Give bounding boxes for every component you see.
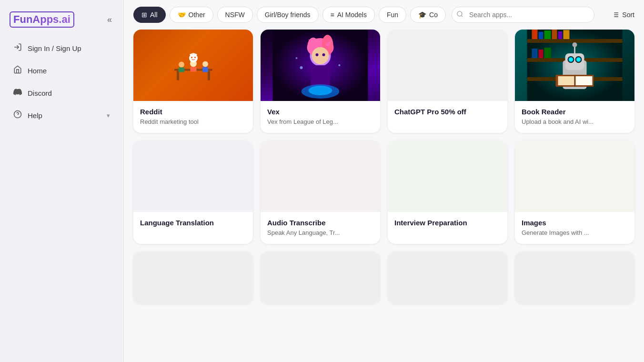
svg-rect-13 (208, 71, 210, 80)
svg-line-4 (461, 15, 463, 17)
filter-ai-models-button[interactable]: ≡ AI Models (322, 7, 375, 23)
sidebar-item-discord[interactable]: Discord (4, 83, 120, 103)
app-card-reddit[interactable]: Reddit Reddit marketing tool (133, 30, 253, 133)
filter-all-button[interactable]: ⊞ All (133, 7, 166, 23)
app-card-body-chatgpt: ChatGPT Pro 50% off (388, 101, 507, 124)
app-card-book-reader[interactable]: Book Reader Upload a book and AI wi... (515, 30, 634, 133)
sidebar-item-sign-in[interactable]: Sign In / Sign Up (4, 38, 120, 59)
app-card-body-vex: Vex Vex from League of Leg... (261, 101, 380, 133)
app-card-desc-reddit: Reddit marketing tool (140, 118, 246, 126)
app-card-title-reddit: Reddit (140, 108, 246, 116)
app-card-image-interview (388, 141, 507, 212)
svg-point-67 (573, 42, 577, 47)
filter-co-button[interactable]: 🎓 Co (410, 7, 446, 23)
svg-rect-63 (558, 76, 575, 85)
app-card-row3-4[interactable] (515, 251, 634, 304)
app-card-image-language (133, 141, 253, 212)
svg-rect-47 (544, 30, 551, 39)
app-card-chatgpt[interactable]: ChatGPT Pro 50% off (388, 30, 507, 133)
search-input[interactable] (452, 7, 594, 23)
filter-bar: ⊞ All 🤝 Other NSFW Girl/Boy friends ≡ AI… (124, 0, 644, 30)
app-card-body-interview: Interview Preparation (388, 212, 507, 235)
svg-point-24 (195, 54, 197, 55)
search-container (452, 7, 594, 23)
app-card-image-chatgpt (388, 30, 507, 101)
svg-point-14 (179, 62, 184, 68)
sidebar-collapse-button[interactable]: « (105, 13, 114, 27)
svg-rect-55 (565, 53, 584, 70)
app-card-image-row3-3 (388, 251, 507, 304)
app-card-desc-images: Generate Images with ... (522, 229, 628, 237)
app-card-row3-2[interactable] (261, 251, 380, 304)
svg-rect-19 (190, 67, 196, 72)
sidebar-item-label-discord: Discord (28, 89, 52, 97)
all-icon: ⊞ (141, 11, 147, 19)
svg-rect-49 (558, 31, 563, 39)
search-icon (456, 10, 463, 19)
app-card-body-language: Language Translation (133, 212, 253, 235)
app-card-image-row3-1 (133, 251, 253, 304)
svg-point-32 (322, 53, 325, 56)
app-card-body-reddit: Reddit Reddit marketing tool (133, 101, 253, 133)
app-card-images[interactable]: Images Generate Images with ... (515, 141, 634, 244)
app-card-title-images: Images (522, 219, 628, 227)
svg-point-37 (309, 86, 332, 95)
filter-fun-button[interactable]: Fun (379, 7, 406, 23)
svg-rect-50 (564, 30, 570, 39)
svg-point-38 (300, 66, 303, 69)
svg-point-23 (190, 54, 191, 55)
ai-models-icon: ≡ (331, 11, 334, 19)
sort-button[interactable]: Sort (612, 11, 634, 19)
app-card-body-book: Book Reader Upload a book and AI wi... (515, 101, 634, 133)
app-card-image-images (515, 141, 634, 212)
svg-point-21 (191, 57, 192, 58)
svg-point-3 (457, 11, 462, 16)
sidebar-item-help[interactable]: Help ▾ (4, 105, 120, 126)
app-card-desc-vex: Vex from League of Leg... (267, 118, 373, 126)
help-chevron-icon: ▾ (107, 112, 110, 119)
app-card-title-vex: Vex (267, 108, 373, 116)
app-card-row3-1[interactable] (133, 251, 253, 304)
svg-rect-64 (576, 76, 593, 85)
app-card-image-reddit (133, 30, 253, 101)
svg-rect-48 (552, 30, 557, 39)
app-card-desc-book: Upload a book and AI wi... (522, 118, 628, 126)
svg-rect-42 (527, 39, 623, 43)
svg-rect-15 (179, 68, 184, 72)
sidebar-item-label-sign-in: Sign In / Sign Up (28, 44, 81, 52)
svg-rect-17 (202, 67, 208, 72)
app-grid: Reddit Reddit marketing tool (124, 30, 644, 362)
filter-girlboy-button[interactable]: Girl/Boy friends (257, 7, 319, 23)
other-icon: 🤝 (178, 11, 186, 19)
app-card-image-vex (261, 30, 380, 101)
sign-in-icon (13, 43, 22, 54)
co-icon: 🎓 (418, 11, 426, 19)
app-card-body-images: Images Generate Images with ... (515, 212, 634, 244)
app-card-title-language: Language Translation (140, 219, 246, 227)
app-card-image-row3-2 (261, 251, 380, 304)
svg-rect-51 (532, 49, 538, 58)
app-card-language[interactable]: Language Translation (133, 141, 253, 244)
svg-point-58 (570, 58, 573, 61)
help-icon (13, 110, 22, 121)
discord-icon (13, 88, 22, 99)
app-card-image-audio (261, 141, 380, 212)
filter-nsfw-button[interactable]: NSFW (217, 7, 253, 23)
brand-logo[interactable]: FunApps.ai (10, 11, 74, 28)
home-icon (13, 65, 22, 76)
app-card-vex[interactable]: Vex Vex from League of Leg... (261, 30, 380, 133)
svg-point-39 (339, 64, 341, 66)
svg-rect-46 (539, 32, 543, 39)
app-card-audio[interactable]: Audio Transcribe Speak Any Language, Tr.… (261, 141, 380, 244)
logo-area: FunApps.ai « (0, 8, 123, 37)
app-card-title-audio: Audio Transcribe (267, 219, 373, 227)
app-card-image-row3-4 (515, 251, 634, 304)
filter-other-button[interactable]: 🤝 Other (170, 7, 213, 23)
app-card-interview[interactable]: Interview Preparation (388, 141, 507, 244)
app-card-desc-audio: Speak Any Language, Tr... (267, 229, 373, 237)
svg-point-30 (312, 47, 329, 64)
sort-label: Sort (622, 11, 634, 19)
sidebar-item-home[interactable]: Home (4, 60, 120, 81)
svg-point-16 (202, 61, 208, 67)
app-card-row3-3[interactable] (388, 251, 507, 304)
